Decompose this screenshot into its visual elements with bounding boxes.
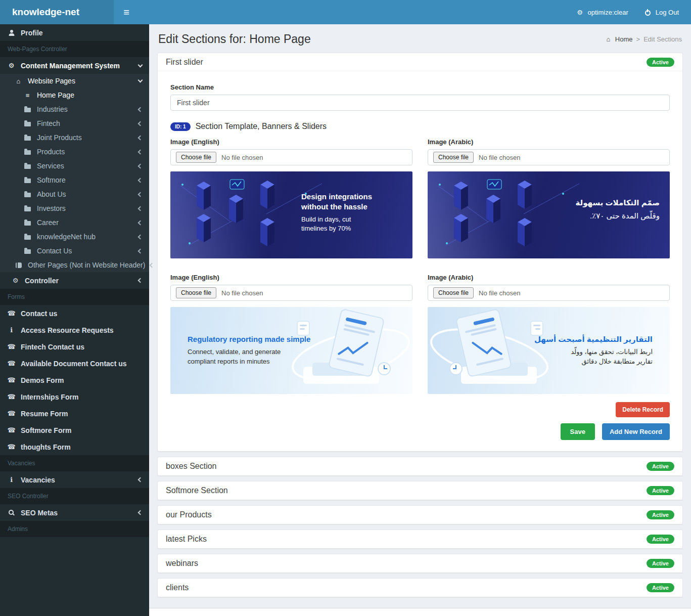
editor-card-title: First slider — [166, 58, 203, 67]
sidebar-item-internships-form[interactable]: ☎ Internships Form — [0, 388, 149, 405]
chevron-left-icon — [138, 234, 143, 239]
phone-icon: ☎ — [7, 376, 16, 384]
sidebar-item-joint-products[interactable]: Joint Products — [0, 130, 149, 145]
footer — [149, 608, 691, 616]
sidebar-item-vacancies[interactable]: ℹ Vacancies — [0, 471, 149, 488]
save-button[interactable]: Save — [561, 423, 595, 440]
sidebar-item-products[interactable]: Products — [0, 145, 149, 159]
breadcrumb: ⌂ Home > Edit Sections — [604, 35, 682, 43]
sidebar-item-knowledgenet-hub[interactable]: knowledgeNet hub — [0, 230, 149, 244]
image-cell-ar-2: Image (Arabic) Choose file No file chose… — [428, 268, 670, 394]
phone-icon: ☎ — [7, 410, 16, 417]
slide-preview-en-1: Design integrations without the hassle B… — [170, 171, 412, 258]
gears-icon: ⚙ — [7, 62, 16, 69]
optimize-clear-label: optimize:clear — [588, 9, 628, 16]
sidebar-item-available-document-contact-us[interactable]: ☎ Available Document Contact us — [0, 355, 149, 372]
sidebar-item-softmore[interactable]: Softmore — [0, 173, 149, 187]
section-card-our-products[interactable]: our Products Active — [157, 505, 683, 524]
section-card-latest-picks[interactable]: latest Picks Active — [157, 530, 683, 549]
search-icon — [7, 509, 16, 516]
hamburger-menu-icon[interactable]: ≡ — [114, 0, 139, 24]
chevron-left-icon — [138, 248, 143, 253]
folder-icon — [23, 192, 32, 197]
sidebar-item-thoughts-form[interactable]: ☎ thoughts Form — [0, 438, 149, 455]
sidebar-item-label: Profile — [21, 29, 43, 37]
section-card-boxes-section[interactable]: boxes Section Active — [157, 457, 683, 476]
sidebar-item-profile[interactable]: Profile — [0, 24, 149, 41]
image-english-label: Image (English) — [170, 138, 412, 146]
file-input-en-1[interactable]: Choose file No file chosen — [170, 149, 412, 165]
info-icon: ℹ — [7, 326, 16, 334]
file-input-ar-1[interactable]: Choose file No file chosen — [428, 149, 670, 165]
chevron-left-icon — [138, 192, 143, 197]
sidebar-item-fintech[interactable]: Fintech — [0, 116, 149, 130]
sidebar-item-resume-form[interactable]: ☎ Resume Form — [0, 405, 149, 422]
sidebar-item-fintech-contact-us[interactable]: ☎ Fintech Contact us — [0, 338, 149, 355]
sidebar-item-cms[interactable]: ⚙ Content Management System — [0, 57, 149, 74]
chevron-left-icon — [138, 107, 143, 112]
file-input-ar-2[interactable]: Choose file No file chosen — [428, 285, 670, 301]
chevron-down-icon — [138, 78, 143, 83]
breadcrumb-separator: > — [636, 35, 640, 43]
no-file-text: No file chosen — [479, 289, 520, 297]
logout-link[interactable]: Log Out — [643, 9, 679, 16]
chevron-left-icon — [138, 477, 143, 482]
slide-caption: التقارير التنظيمية أصبحت أسهل اربط البيا… — [534, 334, 653, 367]
no-file-text: No file chosen — [221, 289, 263, 297]
chevron-left-icon — [138, 206, 143, 211]
file-input-en-2[interactable]: Choose file No file chosen — [170, 285, 412, 301]
status-badge: Active — [647, 559, 674, 568]
sidebar-item-seo-metas[interactable]: SEO Metas — [0, 504, 149, 521]
phone-icon: ☎ — [7, 426, 16, 434]
sidebar-item-services[interactable]: Services — [0, 159, 149, 173]
folder-icon — [23, 163, 32, 169]
sidebar: Profile Web-Pages Controller ⚙ Content M… — [0, 24, 149, 616]
section-card-title: clients — [166, 583, 189, 592]
sidebar-item-access-resource-requests[interactable]: ℹ Access Resource Requests — [0, 322, 149, 338]
folder-icon — [23, 248, 32, 254]
gear-icon: ⚙ — [576, 9, 584, 16]
power-icon — [643, 9, 652, 16]
choose-file-button[interactable]: Choose file — [433, 152, 474, 163]
section-card-clients[interactable]: clients Active — [157, 578, 683, 597]
top-navbar: knowledge-net ≡ ⚙ optimize:clear Log Out — [0, 0, 691, 24]
sidebar-item-website-pages[interactable]: ⌂ Website Pages — [0, 74, 149, 88]
sidebar-item-contact-us-form[interactable]: ☎ Contact us — [0, 305, 149, 322]
status-badge: Active — [647, 462, 674, 471]
sidebar-item-career[interactable]: Career — [0, 215, 149, 230]
breadcrumb-current: Edit Sections — [643, 35, 682, 43]
sidebar-item-other-pages[interactable]: Other Pages (Not in Website Header) — [0, 258, 149, 272]
sidebar-item-investors[interactable]: Investors — [0, 201, 149, 215]
brand-logo[interactable]: knowledge-net — [0, 0, 114, 24]
sidebar-item-home-page[interactable]: ≡ Home Page — [0, 88, 149, 102]
sidebar-item-about-us[interactable]: About Us — [0, 187, 149, 201]
editor-card-header[interactable]: First slider Active — [158, 53, 682, 71]
sidebar-item-controller[interactable]: ⚙ Controller — [0, 272, 149, 289]
sidebar-item-contact-us-page[interactable]: Contact Us — [0, 244, 149, 258]
chevron-left-icon — [138, 149, 143, 154]
id-badge: ID: 1 — [170, 122, 191, 131]
template-title: Section Template, Banners & Sliders — [196, 122, 327, 131]
image-cell-ar-1: Image (Arabic) Choose file No file chose… — [428, 132, 670, 258]
sidebar-section-label-seo: SEO Controller — [0, 488, 149, 504]
sidebar-item-demos-form[interactable]: ☎ Demos Form — [0, 372, 149, 388]
choose-file-button[interactable]: Choose file — [176, 152, 216, 163]
delete-record-button[interactable]: Delete Record — [616, 402, 670, 417]
sidebar-item-industries[interactable]: Industries — [0, 102, 149, 116]
optimize-clear-link[interactable]: ⚙ optimize:clear — [576, 9, 628, 16]
choose-file-button[interactable]: Choose file — [176, 287, 216, 298]
status-badge: Active — [647, 486, 674, 495]
book-icon — [14, 262, 23, 268]
choose-file-button[interactable]: Choose file — [433, 287, 474, 298]
add-new-record-button[interactable]: Add New Record — [602, 423, 670, 440]
section-card-softmore-section[interactable]: Softmore Section Active — [157, 481, 683, 500]
section-card-webinars[interactable]: webinars Active — [157, 554, 683, 573]
section-name-input[interactable] — [170, 95, 670, 111]
sidebar-item-softmore-form[interactable]: ☎ Softmore Form — [0, 422, 149, 438]
status-badge: Active — [647, 510, 674, 519]
folder-icon — [23, 121, 32, 126]
phone-icon: ☎ — [7, 343, 16, 350]
slide-caption: صمّم التكاملات بسهولة وقلّص المدة حتى ٧٠… — [543, 198, 660, 221]
user-icon — [7, 30, 16, 36]
breadcrumb-home-link[interactable]: ⌂ Home — [604, 35, 633, 43]
